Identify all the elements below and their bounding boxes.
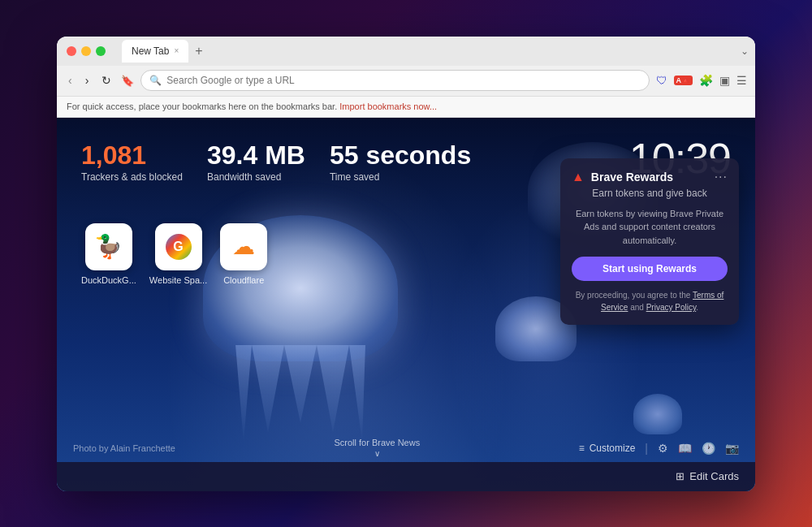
google-icon: G: [155, 223, 202, 270]
tab-bar: New Tab × +: [122, 40, 203, 63]
brave-triangle-icon: ▲: [572, 170, 585, 184]
bookmark-icon[interactable]: 🔖: [121, 75, 134, 87]
photo-credit: Photo by Alain Franchette: [73, 443, 175, 453]
bookmarks-bar: For quick access, place your bookmarks h…: [57, 97, 755, 118]
edit-cards-label: Edit Cards: [689, 470, 739, 482]
stat-trackers: 1,081 Trackers & ads blocked: [81, 142, 183, 183]
jellyfish-main: [187, 183, 414, 443]
edit-cards-button[interactable]: ⊞ Edit Cards: [676, 470, 739, 482]
time-label: Time saved: [330, 171, 471, 183]
terms-and: and: [630, 303, 644, 312]
bookmarks-hint: For quick access, place your bookmarks h…: [67, 102, 337, 111]
trackers-value: 1,081: [81, 142, 183, 168]
new-tab-button[interactable]: +: [195, 44, 202, 58]
camera-icon[interactable]: 📷: [725, 442, 739, 455]
search-bar[interactable]: 🔍: [140, 70, 649, 91]
titlebar: New Tab × + ⌄: [57, 37, 755, 66]
bandwidth-label: Bandwidth saved: [207, 171, 305, 183]
stats-section: 1,081 Trackers & ads blocked 39.4 MB Ban…: [81, 142, 471, 183]
maximize-button[interactable]: [96, 46, 106, 56]
search-input[interactable]: [166, 75, 640, 86]
scroll-arrow-icon: ∨: [374, 449, 380, 458]
trackers-label: Trackers & ads blocked: [81, 171, 183, 183]
customize-bar: ≡ Customize | ⚙ 📖 🕐 📷: [579, 442, 739, 455]
tab-label: New Tab: [132, 45, 169, 57]
minimize-button[interactable]: [81, 46, 91, 56]
rewards-description: Earn tokens by viewing Brave Private Ads…: [572, 207, 728, 248]
start-rewards-button[interactable]: Start using Rewards: [572, 257, 728, 281]
window-controls: ⌄: [741, 45, 749, 57]
search-icon: 🔍: [149, 75, 162, 86]
time-value: 55 seconds: [330, 142, 471, 168]
brave-rewards-badge[interactable]: A🔺: [674, 76, 693, 85]
lines-icon: ≡: [579, 443, 585, 454]
quick-access: 🦆 DuckDuckG... G Website Spa... ☁ Cloudf…: [81, 223, 267, 285]
close-button[interactable]: [67, 46, 76, 56]
import-bookmarks-link[interactable]: Import bookmarks now...: [339, 102, 437, 111]
bandwidth-value: 39.4 MB: [207, 142, 305, 168]
edit-cards-icon: ⊞: [676, 470, 685, 482]
qa-google[interactable]: G Website Spa...: [149, 223, 207, 285]
cloudflare-label: Cloudflare: [223, 275, 264, 285]
rewards-terms: By proceeding, you agree to the Terms of…: [572, 289, 728, 313]
tab-close-button[interactable]: ×: [174, 46, 179, 55]
rewards-card: ▲ Brave Rewards ··· Earn tokens and give…: [560, 158, 739, 326]
rewards-menu-button[interactable]: ···: [715, 170, 728, 184]
scroll-for-news[interactable]: Scroll for Brave News ∨: [334, 438, 420, 458]
stat-time: 55 seconds Time saved: [330, 142, 471, 183]
navbar: ‹ › ↻ 🔖 🔍 🛡 A🔺 🧩 ▣ ☰: [57, 66, 755, 97]
rewards-title-row: ▲ Brave Rewards: [572, 170, 673, 184]
privacy-policy-link[interactable]: Privacy Policy: [646, 303, 697, 312]
refresh-button[interactable]: ↻: [98, 72, 114, 89]
scroll-text: Scroll for Brave News: [334, 438, 420, 447]
traffic-lights: [67, 46, 106, 56]
qa-duckduckgo[interactable]: 🦆 DuckDuckG...: [81, 223, 136, 285]
google-label: Website Spa...: [149, 275, 207, 285]
nav-right: 🛡 A🔺 🧩 ▣ ☰: [656, 74, 748, 87]
tab-newtab[interactable]: New Tab ×: [122, 40, 188, 63]
settings-icon[interactable]: ⚙: [658, 442, 668, 455]
customize-button[interactable]: ≡ Customize: [579, 443, 636, 454]
rewards-title: Brave Rewards: [591, 171, 673, 184]
history-icon[interactable]: 🕐: [702, 442, 715, 455]
reading-list-icon[interactable]: 📖: [678, 442, 692, 455]
edit-cards-bar: ⊞ Edit Cards: [57, 462, 755, 491]
browser-window: New Tab × + ⌄ ‹ › ↻ 🔖 🔍 🛡 A🔺 🧩 ▣ ☰ For q…: [57, 37, 755, 491]
terms-prefix: By proceeding, you agree to the: [576, 291, 691, 300]
back-button[interactable]: ‹: [65, 72, 76, 89]
duckduckgo-label: DuckDuckG...: [81, 275, 136, 285]
stat-bandwidth: 39.4 MB Bandwidth saved: [207, 142, 305, 183]
menu-icon[interactable]: ☰: [736, 74, 747, 87]
forward-button[interactable]: ›: [82, 72, 93, 89]
brave-shield-icon[interactable]: 🛡: [656, 74, 667, 87]
bottom-bar: Photo by Alain Franchette Scroll for Bra…: [57, 434, 755, 462]
sidebar-icon[interactable]: ▣: [719, 74, 730, 87]
customize-label: Customize: [590, 443, 636, 454]
rewards-header: ▲ Brave Rewards ···: [572, 170, 728, 184]
rewards-subtitle: Earn tokens and give back: [572, 188, 728, 199]
separator: |: [645, 442, 648, 455]
extensions-icon[interactable]: 🧩: [699, 74, 713, 87]
qa-cloudflare[interactable]: ☁ Cloudflare: [220, 223, 267, 285]
cloudflare-icon: ☁: [220, 223, 267, 270]
newtab-content: 1,081 Trackers & ads blocked 39.4 MB Ban…: [57, 118, 755, 491]
duckduckgo-icon: 🦆: [85, 223, 132, 270]
